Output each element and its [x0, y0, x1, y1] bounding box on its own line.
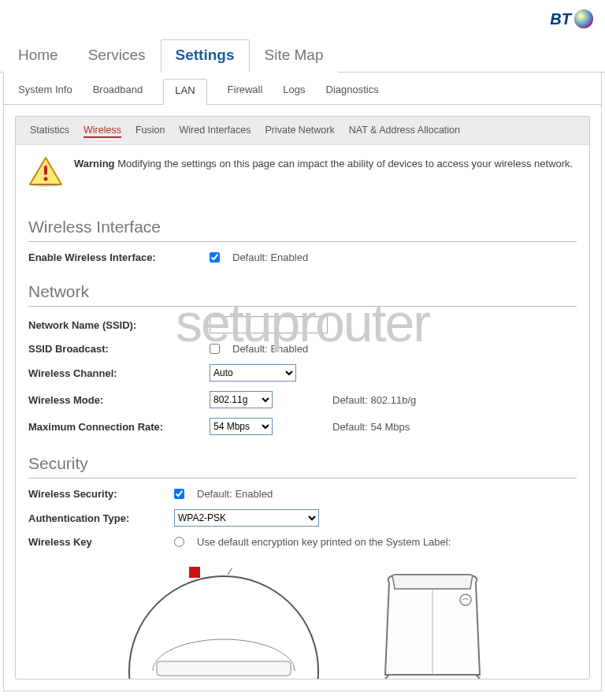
- default-enable-wi: Default: Enabled: [232, 251, 308, 263]
- content-wrap: System Info Broadband LAN Firewall Logs …: [3, 73, 602, 691]
- label-ssid: Network Name (SSID):: [28, 319, 210, 331]
- default-bcast: Default: Enabled: [232, 343, 308, 355]
- checkbox-enable-wi[interactable]: [210, 252, 220, 262]
- svg-rect-2: [44, 166, 47, 175]
- main-tabs: Home Services Settings Site Map: [0, 39, 605, 73]
- tert-wired-interfaces[interactable]: Wired Interfaces: [179, 123, 251, 138]
- router-outline: [369, 568, 496, 679]
- row-rate: Maximum Connection Rate: 54 Mbps Default…: [28, 413, 577, 440]
- svg-line-4: [228, 568, 253, 575]
- input-ssid[interactable]: [210, 316, 328, 333]
- section-security: Security Wireless Security: Default: Ena…: [16, 454, 589, 553]
- label-auth: Authentication Type:: [28, 512, 174, 524]
- checkbox-ws[interactable]: [174, 489, 184, 499]
- label-bcast: SSID Broadcast:: [28, 343, 210, 355]
- warning-icon: [28, 156, 63, 188]
- warning-body: Modifying the settings on this page can …: [115, 158, 573, 169]
- bt-logo-text: BT: [550, 10, 571, 28]
- globe-icon: [574, 9, 593, 28]
- select-auth[interactable]: WPA2-PSK: [174, 509, 319, 527]
- inner-panel: Statistics Wireless Fusion Wired Interfa…: [15, 116, 590, 680]
- select-mode[interactable]: 802.11g: [210, 391, 273, 408]
- bt-logo: BT: [550, 9, 593, 28]
- row-key: Wireless Key Use default encryption key …: [28, 531, 577, 553]
- label-key: Wireless Key: [28, 536, 174, 548]
- row-auth: Authentication Type: WPA2-PSK: [28, 505, 577, 531]
- tab-settings[interactable]: Settings: [161, 39, 250, 73]
- tab-services[interactable]: Services: [73, 39, 161, 73]
- svg-rect-6: [157, 661, 291, 676]
- row-bcast: SSID Broadcast: Default: Enabled: [28, 338, 577, 359]
- label-enable-wi: Enable Wireless Interface:: [28, 251, 210, 263]
- select-rate[interactable]: 54 Mbps: [210, 418, 273, 435]
- tert-statistics[interactable]: Statistics: [30, 123, 69, 138]
- warning-label: Warning: [74, 158, 115, 169]
- label-ws: Wireless Security:: [28, 488, 174, 500]
- row-ssid: Network Name (SSID):: [28, 311, 577, 338]
- subtab-logs[interactable]: Logs: [283, 84, 305, 105]
- section-title-sec: Security: [28, 454, 577, 478]
- section-title-net: Network: [28, 282, 577, 307]
- system-label-diagram: [16, 553, 589, 679]
- radio-default-key-label: Use default encryption key printed on th…: [197, 536, 451, 548]
- section-wireless-interface: Wireless Interface Enable Wireless Inter…: [16, 218, 589, 268]
- label-mode: Wireless Mode:: [28, 394, 210, 406]
- subtab-system-info[interactable]: System Info: [18, 84, 72, 105]
- subtab-firewall[interactable]: Firewall: [228, 84, 263, 105]
- sub-tabs: System Info Broadband LAN Firewall Logs …: [4, 73, 601, 105]
- subtab-diagnostics[interactable]: Diagnostics: [326, 84, 379, 105]
- subtab-lan[interactable]: LAN: [163, 79, 206, 105]
- default-ws: Default: Enabled: [197, 488, 273, 500]
- tert-private-network[interactable]: Private Network: [265, 123, 334, 138]
- tert-fusion[interactable]: Fusion: [135, 123, 165, 138]
- tert-nat[interactable]: NAT & Address Allocation: [349, 123, 460, 138]
- row-channel: Wireless Channel: Auto: [28, 359, 577, 386]
- checkbox-bcast[interactable]: [210, 344, 220, 354]
- svg-point-3: [44, 177, 48, 181]
- header-logo-row: BT: [0, 0, 605, 32]
- tertiary-tabs: Statistics Wireless Fusion Wired Interfa…: [16, 117, 589, 145]
- tab-home[interactable]: Home: [3, 39, 73, 73]
- tab-site-map[interactable]: Site Map: [250, 39, 339, 73]
- default-mode: Default: 802.11b/g: [332, 394, 577, 406]
- label-rate: Maximum Connection Rate:: [28, 421, 210, 433]
- svg-point-1: [32, 184, 60, 187]
- radio-default-key[interactable]: [174, 537, 184, 547]
- section-title-wi: Wireless Interface: [28, 218, 577, 242]
- subtab-broadband[interactable]: Broadband: [93, 84, 143, 105]
- default-rate: Default: 54 Mbps: [332, 421, 577, 433]
- callout-marker: [189, 567, 200, 578]
- section-network: Network Network Name (SSID): SSID Broadc…: [16, 282, 589, 440]
- row-mode: Wireless Mode: 802.11g Default: 802.11b/…: [28, 386, 577, 413]
- select-channel[interactable]: Auto: [210, 364, 296, 382]
- tert-wireless[interactable]: Wireless: [84, 123, 121, 138]
- warning-text: Warning Modifying the settings on this p…: [74, 156, 573, 172]
- row-enable-wi: Enable Wireless Interface: Default: Enab…: [28, 247, 577, 268]
- label-zoom-circle: [109, 568, 338, 679]
- row-ws: Wireless Security: Default: Enabled: [28, 483, 577, 505]
- label-channel: Wireless Channel:: [28, 367, 210, 379]
- warning-banner: Warning Modifying the settings on this p…: [16, 145, 589, 203]
